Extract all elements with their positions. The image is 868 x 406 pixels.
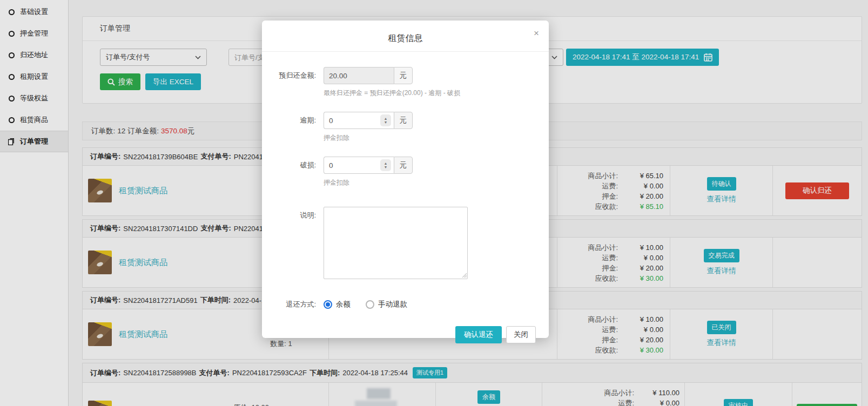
modal-body: 预归还金额: 元 最终归还押金 = 预归还押金(20.00) - 逾期 - 破损… (262, 67, 549, 343)
overdue-label: 逾期: (262, 112, 316, 143)
number-spinner-icon[interactable]: ▲▼ (380, 159, 391, 171)
refund-option-balance[interactable]: 余额 (324, 300, 351, 309)
close-icon[interactable]: × (534, 29, 539, 38)
pre-refund-input (324, 67, 394, 84)
rental-info-modal: × 租赁信息 预归还金额: 元 最终归还押金 = 预归还押金(20.00) - … (262, 21, 549, 338)
currency-unit-addon: 元 (394, 67, 413, 84)
currency-unit-addon: 元 (394, 112, 413, 129)
pre-refund-group: 预归还金额: 元 最终归还押金 = 预归还押金(20.00) - 逾期 - 破损 (262, 67, 536, 98)
damage-help: 押金扣除 (324, 178, 413, 187)
number-spinner-icon[interactable]: ▲▼ (380, 114, 391, 126)
radio-selected-icon[interactable] (324, 300, 332, 309)
overdue-group: 逾期: ▲▼ 元 押金扣除 (262, 112, 536, 143)
pre-refund-label: 预归还金额: (262, 67, 316, 98)
note-label: 说明: (262, 207, 316, 281)
note-textarea[interactable] (324, 207, 468, 279)
confirm-refund-button[interactable]: 确认退还 (455, 326, 502, 343)
damage-group: 破损: ▲▼ 元 押金扣除 (262, 157, 536, 187)
pre-refund-help: 最终归还押金 = 预归还押金(20.00) - 逾期 - 破损 (324, 89, 460, 98)
damage-label: 破损: (262, 157, 316, 187)
currency-unit-addon: 元 (394, 157, 413, 174)
overdue-help: 押金扣除 (324, 133, 413, 143)
modal-footer: 确认退还 关闭 (262, 326, 536, 343)
radio-unselected-icon[interactable] (366, 300, 374, 309)
refund-option-manual[interactable]: 手动退款 (366, 300, 407, 309)
modal-title: 租赁信息 (388, 33, 423, 44)
close-button[interactable]: 关闭 (506, 326, 536, 343)
modal-header: 租赁信息 (262, 21, 549, 52)
note-group: 说明: (262, 207, 536, 281)
refund-method-label: 退还方式: (262, 299, 316, 310)
refund-method-group: 退还方式: 余额 手动退款 (262, 299, 536, 310)
